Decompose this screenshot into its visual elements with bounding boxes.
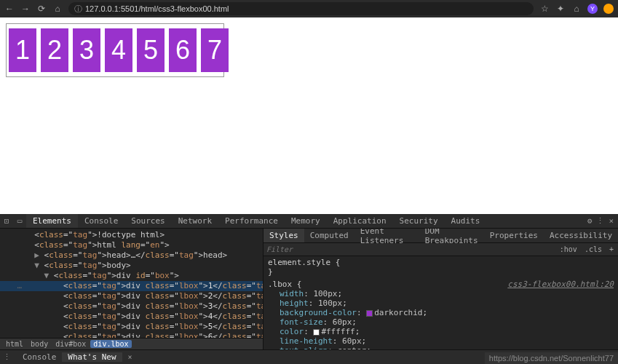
flex-item: 1: [9, 28, 36, 72]
dom-node[interactable]: ▶ <class="tag">head>…</class="tag">head>: [0, 250, 263, 261]
dom-node[interactable]: <class="tag">div class="lbox">6</class="…: [0, 332, 263, 338]
flex-container: 1234567: [6, 23, 224, 77]
breadcrumb[interactable]: htmlbodydiv#boxdiv.lbox: [0, 338, 263, 349]
styles-tab-computed[interactable]: Computed: [304, 229, 354, 242]
devtools-panel: ⊡ ▭ ElementsConsoleSourcesNetworkPerform…: [0, 214, 618, 364]
devtools-toolbar: ⊡ ▭ ElementsConsoleSourcesNetworkPerform…: [0, 214, 618, 229]
close-devtools-icon[interactable]: ×: [609, 216, 614, 226]
css-property[interactable]: font-size: 60px;: [268, 317, 614, 327]
more-icon[interactable]: ⋮: [596, 216, 604, 226]
page-viewport: 1234567: [0, 17, 618, 214]
styles-tab-styles[interactable]: Styles: [264, 229, 304, 242]
inspect-icon[interactable]: ⊡: [0, 216, 13, 226]
url-text: 127.0.0.1:5501/html/css3-flexbox00.html: [85, 4, 229, 13]
filter-action[interactable]: +: [608, 245, 615, 253]
dom-node[interactable]: ▼ <class="tag">div id="box">: [0, 271, 263, 281]
forward-button[interactable]: →: [20, 4, 31, 14]
devtools-tab-network[interactable]: Network: [172, 214, 218, 228]
breadcrumb-item[interactable]: div.lbox: [90, 340, 131, 348]
filter-action[interactable]: :hov: [558, 245, 579, 253]
drawer-tab-close-icon[interactable]: ×: [128, 353, 132, 361]
flex-item: 6: [169, 28, 197, 72]
flex-item: 3: [73, 28, 100, 72]
back-button[interactable]: ←: [4, 4, 15, 14]
flex-item: 4: [105, 28, 132, 72]
home-button[interactable]: ⌂: [52, 4, 63, 14]
css-property[interactable]: line-height: 60px;: [268, 336, 614, 346]
reload-button[interactable]: ⟳: [36, 4, 47, 14]
elements-panel: <class="tag">!doctype html> <class="tag"…: [0, 229, 264, 349]
devtools-tab-console[interactable]: Console: [78, 214, 124, 228]
flex-item: 7: [201, 28, 229, 72]
dom-node[interactable]: <class="tag">!doctype html>: [0, 230, 263, 240]
translate-icon[interactable]: ☆: [539, 4, 550, 14]
devtools-tab-elements[interactable]: Elements: [26, 214, 78, 228]
dom-node[interactable]: <class="tag">div class="lbox">4</class="…: [0, 312, 263, 322]
drawer-tab-what-s-new[interactable]: What's New: [62, 352, 122, 362]
filter-action[interactable]: .cls: [583, 245, 603, 253]
css-rules[interactable]: element.style { } .lbox { css3-flexbox00…: [264, 256, 618, 349]
breadcrumb-item[interactable]: html: [3, 340, 26, 348]
css-property[interactable]: background-color: darkorchid;: [268, 308, 614, 317]
styles-tab-dom-breakpoints[interactable]: DOM Breakpoints: [419, 229, 484, 242]
dom-node[interactable]: … <class="tag">div class="lbox">1</class…: [0, 281, 263, 291]
devtools-tab-audits[interactable]: Audits: [445, 214, 487, 228]
extension-icon[interactable]: ⌂: [571, 4, 582, 14]
css-property[interactable]: height: 100px;: [268, 298, 614, 308]
devtools-tab-memory[interactable]: Memory: [285, 214, 327, 228]
breadcrumb-item[interactable]: div#box: [52, 340, 89, 348]
profile-ext-icon[interactable]: Y: [587, 4, 598, 14]
breadcrumb-item[interactable]: body: [28, 340, 51, 348]
flex-item: 2: [41, 28, 68, 72]
settings-icon[interactable]: ⚙: [587, 216, 593, 226]
styles-filter-input[interactable]: [266, 245, 558, 253]
watermark: https://blog.csdn.net/Sonnenlicht77: [485, 352, 618, 364]
devtools-tab-sources[interactable]: Sources: [124, 214, 171, 228]
styles-tab-accessibility[interactable]: Accessibility: [544, 229, 618, 242]
dom-node[interactable]: <class="tag">html lang="en">: [0, 240, 263, 250]
browser-toolbar: ← → ⟳ ⌂ ⓘ 127.0.0.1:5501/html/css3-flexb…: [0, 0, 618, 17]
dom-node[interactable]: ▼ <class="tag">body>: [0, 261, 263, 271]
devtools-tab-application[interactable]: Application: [327, 214, 393, 228]
source-link[interactable]: css3-flexbox00.html:20: [507, 280, 614, 289]
flex-item: 5: [137, 28, 165, 72]
profile-avatar[interactable]: [603, 4, 614, 14]
styles-tab-properties[interactable]: Properties: [484, 229, 544, 242]
devtools-tab-performance[interactable]: Performance: [218, 214, 285, 228]
dom-node[interactable]: <class="tag">div class="lbox">3</class="…: [0, 301, 263, 312]
css-property[interactable]: width: 100px;: [268, 289, 614, 298]
lbox-selector: .lbox {: [268, 280, 301, 289]
dom-node[interactable]: <class="tag">div class="lbox">2</class="…: [0, 291, 263, 301]
styles-tab-event-listeners[interactable]: Event Listeners: [354, 229, 419, 242]
styles-panel: StylesComputedEvent ListenersDOM Breakpo…: [264, 229, 618, 349]
styles-filter-row: :hov.cls+: [264, 243, 618, 256]
address-bar[interactable]: ⓘ 127.0.0.1:5501/html/css3-flexbox00.htm…: [68, 2, 534, 15]
css-property[interactable]: color: #ffffff;: [268, 327, 614, 336]
dom-tree[interactable]: <class="tag">!doctype html> <class="tag"…: [0, 229, 263, 338]
device-icon[interactable]: ▭: [13, 216, 26, 226]
devtools-tab-security[interactable]: Security: [393, 214, 445, 228]
element-style-selector: element.style {: [268, 258, 614, 267]
bookmark-icon[interactable]: ✦: [555, 4, 566, 14]
drawer-more-icon[interactable]: ⋮: [3, 352, 11, 362]
drawer-tab-console[interactable]: Console: [17, 352, 62, 362]
dom-node[interactable]: <class="tag">div class="lbox">5</class="…: [0, 322, 263, 332]
